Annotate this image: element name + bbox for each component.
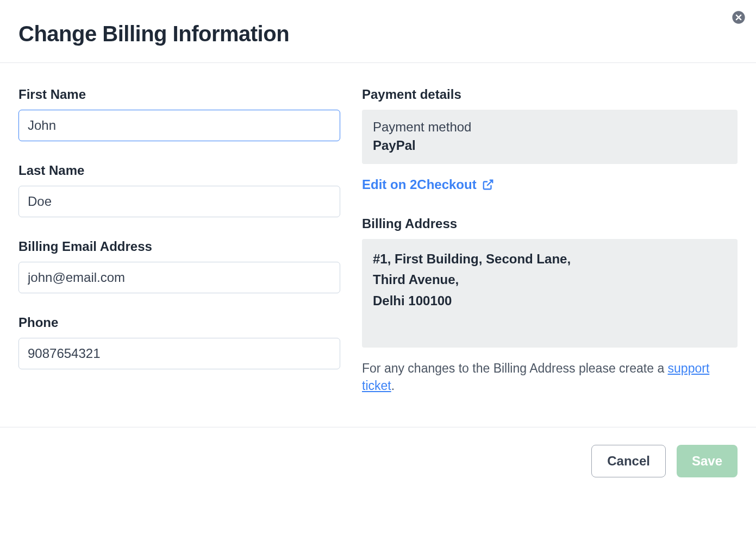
phone-label: Phone — [18, 315, 340, 330]
phone-input[interactable] — [18, 338, 340, 369]
address-line-2: Third Avenue, — [373, 269, 727, 290]
modal-footer: Cancel Save — [0, 427, 756, 495]
payment-details-section: Payment details Payment method PayPal Ed… — [362, 87, 738, 192]
billing-address-box: #1, First Building, Second Lane, Third A… — [362, 239, 738, 348]
edit-link-text: Edit on 2Checkout — [362, 177, 477, 192]
payment-method-label: Payment method — [373, 119, 727, 135]
form-column: First Name Last Name Billing Email Addre… — [18, 87, 340, 394]
address-line-1: #1, First Building, Second Lane, — [373, 249, 727, 269]
email-input[interactable] — [18, 262, 340, 293]
cancel-button[interactable]: Cancel — [591, 445, 666, 477]
payment-method-value: PayPal — [373, 138, 727, 153]
last-name-label: Last Name — [18, 163, 340, 178]
external-link-icon — [482, 179, 494, 191]
modal-body: First Name Last Name Billing Email Addre… — [0, 63, 756, 427]
help-prefix: For any changes to the Billing Address p… — [362, 361, 668, 375]
close-icon — [731, 10, 746, 25]
last-name-group: Last Name — [18, 163, 340, 217]
svg-line-0 — [487, 180, 492, 186]
first-name-label: First Name — [18, 87, 340, 102]
modal-header: Change Billing Information — [0, 0, 756, 63]
help-suffix: . — [391, 379, 395, 393]
billing-address-section: Billing Address #1, First Building, Seco… — [362, 216, 738, 394]
modal-title: Change Billing Information — [18, 22, 738, 46]
address-line-3: Delhi 100100 — [373, 291, 727, 311]
phone-group: Phone — [18, 315, 340, 369]
billing-address-title: Billing Address — [362, 216, 738, 231]
first-name-group: First Name — [18, 87, 340, 141]
billing-modal: Change Billing Information First Name La… — [0, 0, 756, 495]
first-name-input[interactable] — [18, 110, 340, 141]
email-label: Billing Email Address — [18, 239, 340, 254]
last-name-input[interactable] — [18, 186, 340, 217]
email-group: Billing Email Address — [18, 239, 340, 293]
save-button[interactable]: Save — [677, 445, 738, 477]
details-column: Payment details Payment method PayPal Ed… — [362, 87, 738, 394]
close-button[interactable] — [731, 10, 746, 25]
billing-address-help: For any changes to the Billing Address p… — [362, 360, 738, 394]
edit-on-2checkout-link[interactable]: Edit on 2Checkout — [362, 177, 494, 192]
payment-method-box: Payment method PayPal — [362, 110, 738, 164]
payment-details-title: Payment details — [362, 87, 738, 102]
